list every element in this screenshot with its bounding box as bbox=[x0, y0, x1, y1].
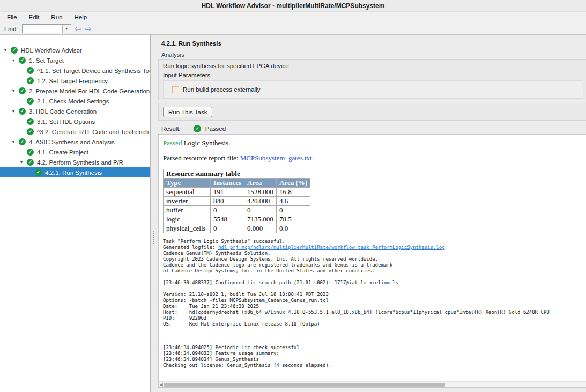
result-label: Result: bbox=[161, 125, 181, 132]
menu-edit[interactable]: Edit bbox=[23, 12, 46, 23]
find-dropdown-button[interactable]: ▼ bbox=[62, 25, 71, 33]
toolbar-separator bbox=[97, 25, 97, 33]
expand-arrow-icon[interactable]: ▾ bbox=[12, 139, 19, 144]
tree-item[interactable]: ▾✓3. HDL Code Generation bbox=[0, 106, 150, 116]
table-cell: sequential bbox=[164, 188, 211, 197]
tree-item-label: HDL Workflow Advisor bbox=[21, 47, 82, 54]
table-cell: 0.0 bbox=[277, 224, 310, 233]
tree-item[interactable]: ✓2.1. Check Model Settings bbox=[0, 96, 150, 106]
result-status-badge: Passed bbox=[205, 125, 226, 132]
task-description: Run logic synthesis for specified FPGA d… bbox=[163, 63, 586, 69]
hdl-workflow-advisor-window: HDL Workflow Advisor - multiplierMultiRa… bbox=[0, 0, 586, 392]
table-cell: physical_cells bbox=[164, 224, 211, 233]
scrollbar-thumb[interactable] bbox=[164, 383, 445, 387]
task-passed-check-icon: ✓ bbox=[11, 47, 18, 54]
synthesis-console-log: Task "Perform Logic Synthesis" successfu… bbox=[163, 239, 586, 388]
chevron-down-icon: ▼ bbox=[65, 27, 69, 31]
table-cell: 0 bbox=[277, 206, 310, 215]
find-input[interactable] bbox=[23, 25, 62, 33]
table-cell: 840 bbox=[211, 197, 244, 206]
parsed-report-line: Parsed resource report file: MCPSubsyste… bbox=[163, 154, 586, 162]
horizontal-scrollbar[interactable]: ◀ bbox=[159, 381, 586, 387]
tree-item-label: 4. ASIC Synthesis and Analysis bbox=[29, 139, 115, 145]
expand-arrow-icon[interactable]: ▾ bbox=[12, 58, 19, 63]
table-cell: 1528.000 bbox=[244, 188, 277, 197]
passed-text: Passed bbox=[163, 139, 182, 147]
synthesis-report-area: Passed Logic Synthesis. Parsed resource … bbox=[158, 134, 586, 388]
table-cell: 7135.000 bbox=[244, 215, 277, 224]
expand-arrow-icon[interactable]: ▾ bbox=[4, 48, 11, 53]
tree-item-label: 1.2. Set Target Frequency bbox=[37, 78, 108, 84]
table-cell: 16.8 bbox=[277, 188, 310, 197]
tree-item-label: 4.1. Create Project bbox=[37, 149, 88, 156]
task-passed-check-icon: ✓ bbox=[27, 98, 34, 105]
find-toolbar: Find: ▼ ⇦ ⇨ bbox=[0, 23, 586, 35]
table-cell: logic bbox=[164, 215, 211, 224]
menu-run[interactable]: Run bbox=[45, 12, 68, 23]
tree-item-label: 3.1. Set HDL Options bbox=[37, 119, 95, 125]
tree-item-label: 3. HDL Code Generation bbox=[29, 108, 97, 115]
run-this-task-button[interactable]: Run This Task bbox=[163, 107, 212, 117]
panel-splitter-handle[interactable] bbox=[153, 231, 154, 244]
table-cell: 78.5 bbox=[277, 215, 310, 224]
tree-item[interactable]: ✓3.1. Set HDL Options bbox=[0, 116, 150, 127]
table-header-cell: Type bbox=[164, 179, 211, 188]
table-cell: 191 bbox=[211, 188, 244, 197]
table-header-cell: Area (%) bbox=[277, 179, 310, 188]
table-row: sequential1911528.00016.8 bbox=[164, 188, 310, 197]
find-previous-button[interactable]: ⇦ bbox=[75, 25, 81, 33]
input-parameters-group: Run build process externally bbox=[163, 80, 583, 99]
menu-file[interactable]: File bbox=[1, 12, 23, 23]
arrow-right-icon: ⇨ bbox=[85, 24, 92, 33]
expand-arrow-icon[interactable]: ▾ bbox=[20, 160, 27, 165]
tree-item-label: ^1.1. Set Target Device and Synthesis To… bbox=[37, 68, 151, 74]
table-cell: 4.6 bbox=[277, 197, 310, 206]
table-header-cell: Instances bbox=[211, 179, 244, 188]
tree-item[interactable]: ✓1.2. Set Target Frequency bbox=[0, 76, 150, 86]
expand-arrow-icon[interactable]: ▾ bbox=[12, 109, 19, 114]
tree-item[interactable]: ▾✓1. Set Target bbox=[0, 55, 150, 65]
gates-report-link[interactable]: MCPSubsystem_gates.txt bbox=[240, 154, 312, 162]
expand-arrow-icon[interactable]: ▾ bbox=[12, 88, 19, 93]
analysis-section-label: Analysis bbox=[161, 51, 586, 58]
task-passed-check-icon: ✓ bbox=[19, 57, 26, 64]
logfile-link[interactable]: hdl_prj_mcp/hdlsrc/multiplierMultiRate/w… bbox=[218, 245, 445, 250]
analysis-group: Run logic synthesis for specified FPGA d… bbox=[158, 59, 586, 100]
menu-help[interactable]: Help bbox=[68, 12, 93, 23]
scroll-left-icon[interactable]: ◀ bbox=[159, 382, 164, 387]
tree-item-label: 2. Prepare Model For HDL Code Generation bbox=[29, 88, 150, 94]
table-cell: 0 bbox=[211, 224, 244, 233]
tree-item[interactable]: ✓^1.1. Set Target Device and Synthesis T… bbox=[0, 65, 150, 76]
tree-item[interactable]: ▾✓2. Prepare Model For HDL Code Generati… bbox=[0, 86, 150, 96]
table-cell: 0.000 bbox=[244, 224, 277, 233]
tree-item[interactable]: ✓^3.2. Generate RTL Code and Testbench bbox=[0, 127, 150, 137]
workflow-tree: ▾✓HDL Workflow Advisor▾✓1. Set Target✓^1… bbox=[0, 35, 151, 392]
window-title: HDL Workflow Advisor - multiplierMultiRa… bbox=[0, 0, 586, 12]
tree-item[interactable]: ▾✓4. ASIC Synthesis and Analysis bbox=[0, 137, 150, 147]
task-passed-check-icon: ✓ bbox=[35, 169, 42, 176]
table-cell: 0 bbox=[244, 206, 277, 215]
task-passed-check-icon: ✓ bbox=[19, 138, 26, 145]
passed-check-icon: ✓ bbox=[194, 125, 201, 132]
resource-summary-table: Resource summary tableTypeInstancesAreaA… bbox=[163, 169, 310, 233]
tree-item[interactable]: ✓4.1. Create Project bbox=[0, 147, 150, 157]
tree-item[interactable]: ▾✓HDL Workflow Advisor bbox=[0, 45, 150, 55]
table-header-row: TypeInstancesAreaArea (%) bbox=[164, 179, 310, 188]
report-status-line: Passed Logic Synthesis. bbox=[163, 139, 586, 147]
task-panel: 4.2.1. Run Synthesis Analysis Run logic … bbox=[151, 35, 586, 392]
tree-item-label: 2.1. Check Model Settings bbox=[37, 98, 109, 105]
run-externally-checkbox[interactable] bbox=[172, 86, 179, 93]
result-row: Result: ✓ Passed bbox=[161, 125, 226, 132]
tree-item-label: 4.2.1. Run Synthesis bbox=[45, 169, 102, 176]
tree-item[interactable]: ✓4.2.1. Run Synthesis bbox=[0, 167, 150, 177]
task-passed-check-icon: ✓ bbox=[19, 108, 26, 115]
find-next-button[interactable]: ⇨ bbox=[85, 25, 92, 33]
menu-bar: File Edit Run Help bbox=[0, 12, 586, 23]
table-header-cell: Area bbox=[244, 179, 277, 188]
tree-item-label: 4.2. Perform Synthesis and P/R bbox=[37, 159, 123, 166]
table-row: buffer000 bbox=[164, 206, 310, 215]
tree-item[interactable]: ▾✓4.2. Perform Synthesis and P/R bbox=[0, 157, 150, 167]
task-passed-check-icon: ✓ bbox=[27, 67, 34, 74]
task-passed-check-icon: ✓ bbox=[27, 128, 34, 135]
table-caption-row: Resource summary table bbox=[164, 169, 310, 179]
